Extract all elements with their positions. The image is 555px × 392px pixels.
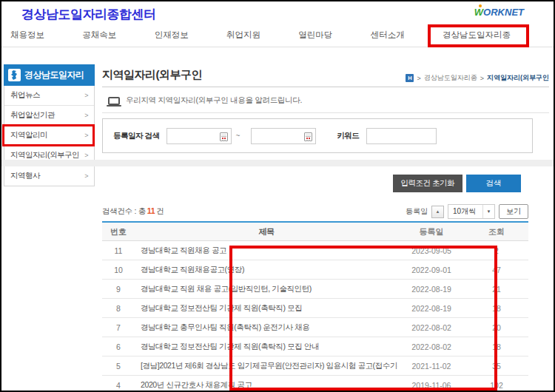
sidebar-item-label: 지역일자리(외부구인 bbox=[10, 150, 79, 160]
breadcrumb-current: 지역일자리(외부구인 bbox=[487, 73, 549, 83]
row-no: 10 bbox=[102, 266, 135, 274]
calendar-icon[interactable] bbox=[220, 132, 228, 141]
table-row[interactable]: 8 경남대학교 정보전산팀 기간제 직원(촉탁직) 모집 2022-08-19 … bbox=[102, 299, 528, 318]
sidebar-item-job-news[interactable]: 취업뉴스 > bbox=[4, 86, 94, 106]
result-count-suffix: 건 bbox=[156, 206, 164, 215]
site-title[interactable]: 경상남도일자리종합센터 bbox=[21, 6, 156, 23]
table-header-row: 번호 제목 등록일 조회 bbox=[102, 223, 528, 241]
site-header: 경상남도일자리종합센터 WORKNET bbox=[1, 1, 554, 24]
nav-item-talent-info[interactable]: 인재정보 bbox=[155, 30, 189, 41]
table-row[interactable]: 5 [경남]2021년 제6회 경상남도 임기제공무원(안전관리자) 임용시험 … bbox=[102, 356, 528, 376]
nav-item-open-recruit-news[interactable]: 공채속보 bbox=[82, 30, 116, 41]
row-date: 2019-11-06 bbox=[398, 381, 465, 390]
row-no: 7 bbox=[102, 323, 135, 332]
date-from-input[interactable] bbox=[167, 129, 219, 143]
col-header-title: 제목 bbox=[135, 226, 398, 237]
chevron-right-icon: > bbox=[84, 152, 88, 159]
table-row[interactable]: 6 경남대학교 정보전산팀 기간제 직원(촉탁직) 모집 안내 2022-08-… bbox=[102, 337, 528, 356]
per-page-value: 10개씩 bbox=[448, 206, 476, 217]
row-views: 47 bbox=[465, 266, 528, 274]
korea-map-icon bbox=[8, 69, 21, 81]
worknet-logo-w: W bbox=[474, 7, 483, 18]
row-no: 5 bbox=[102, 362, 135, 371]
row-no: 11 bbox=[102, 246, 135, 255]
nav-item-open-forum[interactable]: 열린마당 bbox=[298, 30, 332, 41]
worknet-logo[interactable]: WORKNET bbox=[474, 7, 524, 18]
date-search-label: 등록일자 검색 bbox=[113, 131, 159, 141]
home-icon[interactable]: H bbox=[406, 74, 414, 82]
row-views: 102 bbox=[465, 381, 528, 390]
row-title-link[interactable]: 경남대학교 정보전산팀 기간제 직원(촉탁직) 모집 안내 bbox=[135, 342, 398, 352]
monitor-icon bbox=[108, 97, 120, 105]
row-title-link[interactable]: 2020년 신규간호사 채용계획 공고 bbox=[135, 380, 398, 391]
row-title-link[interactable]: 경남대학교 직원채용 공고 bbox=[135, 246, 398, 256]
sort-field-label: 등록일 bbox=[406, 206, 428, 217]
row-views: 2 bbox=[465, 246, 528, 255]
sidebar-item-job-agency[interactable]: 취업알선기관 > bbox=[4, 106, 94, 126]
sidebar-title: 경상남도일자리 bbox=[24, 69, 84, 81]
result-count: 검색건수 : 총11건 bbox=[102, 206, 164, 217]
breadcrumb-separator: > bbox=[417, 75, 420, 82]
nav-item-recruit-info[interactable]: 채용정보 bbox=[10, 30, 44, 41]
row-date: 2021-11-02 bbox=[398, 362, 465, 371]
row-title-link[interactable]: 경남대학교 정보전산팀 기간제 직원(촉탁직) 모집 bbox=[135, 303, 398, 314]
col-header-views: 조회 bbox=[465, 226, 528, 237]
calendar-icon[interactable] bbox=[304, 132, 312, 141]
row-views: 35 bbox=[465, 362, 528, 371]
keyword-input[interactable] bbox=[366, 128, 437, 144]
chevron-right-icon: > bbox=[84, 92, 88, 99]
col-header-date: 등록일 bbox=[398, 226, 465, 237]
row-views: 18 bbox=[465, 342, 528, 351]
chevron-right-icon: > bbox=[84, 112, 88, 119]
row-date: 2022-08-19 bbox=[398, 285, 465, 294]
sidebar-item-region-events[interactable]: 지역행사 > bbox=[4, 166, 94, 186]
view-button[interactable]: 보기 bbox=[499, 204, 528, 219]
sidebar-item-label: 취업뉴스 bbox=[10, 90, 40, 101]
row-date: 2022-08-19 bbox=[398, 304, 465, 313]
row-title-link[interactable]: 경남대학교 직원 채용 공고(일반직인턴, 기술직인턴) bbox=[135, 284, 398, 294]
page: 경상남도일자리종합센터 WORKNET 채용정보 공채속보 인재정보 취업지원 … bbox=[0, 0, 555, 392]
table-row[interactable]: 9 경남대학교 직원 채용 공고(일반직인턴, 기술직인턴) 2022-08-1… bbox=[102, 280, 528, 299]
table-row[interactable]: 11 경남대학교 직원채용 공고 2023-09-05 2 bbox=[102, 241, 528, 260]
search-form: 등록일자 검색 ~ 키워드 bbox=[102, 118, 533, 153]
list-controls: 등록일 ▲ 10개씩 ▼ 보기 bbox=[406, 204, 528, 219]
row-no: 9 bbox=[102, 285, 135, 294]
row-date: 2022-08-02 bbox=[398, 342, 465, 351]
sidebar-menu: 취업뉴스 > 취업알선기관 > 지역알리미 > 지역일자리(외부구인 > 지역행… bbox=[4, 86, 95, 186]
form-buttons: 입력조건 초기화 검색 bbox=[393, 175, 521, 192]
nav-item-gyeongnam-jobs[interactable]: 경상남도일자리종 bbox=[443, 30, 511, 41]
nav-item-employment-support[interactable]: 취업지원 bbox=[226, 30, 260, 41]
sidebar-item-label: 지역행사 bbox=[10, 171, 40, 181]
reset-conditions-button[interactable]: 입력조건 초기화 bbox=[393, 175, 462, 192]
main-content: 지역일자리(외부구인 H > 경상남도일자리종 > 지역일자리(외부구인 우리지… bbox=[102, 67, 530, 392]
breadcrumb: H > 경상남도일자리종 > 지역일자리(외부구인 bbox=[406, 73, 549, 83]
date-from-field bbox=[166, 128, 232, 144]
top-nav: 채용정보 공채속보 인재정보 취업지원 열린마당 센터소개 경상남도일자리종 bbox=[1, 24, 554, 47]
breadcrumb-separator: > bbox=[480, 75, 484, 82]
row-no: 4 bbox=[102, 381, 135, 390]
date-to-input[interactable] bbox=[252, 129, 303, 143]
row-views: 18 bbox=[465, 304, 528, 313]
nav-item-center-intro[interactable]: 센터소개 bbox=[371, 30, 405, 41]
table-row[interactable]: 7 경남대학교 총무인사팀 직원(촉탁직) 운전기사 채용 2022-08-02… bbox=[102, 318, 528, 337]
row-title-link[interactable]: [경남]2021년 제6회 경상남도 임기제공무원(안전관리자) 임용시험 공고… bbox=[135, 361, 398, 371]
table-row[interactable]: 4 2020년 신규간호사 채용계획 공고 2019-11-06 102 bbox=[102, 376, 528, 392]
breadcrumb-item[interactable]: 경상남도일자리종 bbox=[424, 73, 477, 83]
table-row[interactable]: 10 경남대학교 직원채용공고(연장) 2022-09-01 47 bbox=[102, 260, 528, 280]
sidebar-item-region-notice[interactable]: 지역알리미 > bbox=[4, 126, 94, 146]
divider-band bbox=[1, 160, 555, 166]
keyword-label: 키워드 bbox=[337, 131, 359, 141]
results-bar: 검색건수 : 총11건 등록일 ▲ 10개씩 ▼ 보기 bbox=[102, 204, 528, 219]
worknet-logo-rest: ORKNET bbox=[483, 7, 524, 18]
row-title-link[interactable]: 경남대학교 총무인사팀 직원(촉탁직) 운전기사 채용 bbox=[135, 322, 398, 333]
row-title-link[interactable]: 경남대학교 직원채용공고(연장) bbox=[135, 265, 398, 275]
chevron-down-icon: ▼ bbox=[482, 205, 494, 218]
col-header-no: 번호 bbox=[102, 226, 135, 237]
search-button[interactable]: 검색 bbox=[466, 175, 521, 192]
board-description: 우리지역 지역일자리(외부구인 내용을 알려드립니다. bbox=[108, 95, 302, 106]
per-page-select[interactable]: 10개씩 ▼ bbox=[448, 204, 495, 219]
row-views: 20 bbox=[465, 323, 528, 332]
result-count-number: 11 bbox=[146, 206, 157, 215]
sort-ascending-button[interactable]: ▲ bbox=[431, 206, 444, 218]
date-to-field bbox=[251, 128, 316, 144]
